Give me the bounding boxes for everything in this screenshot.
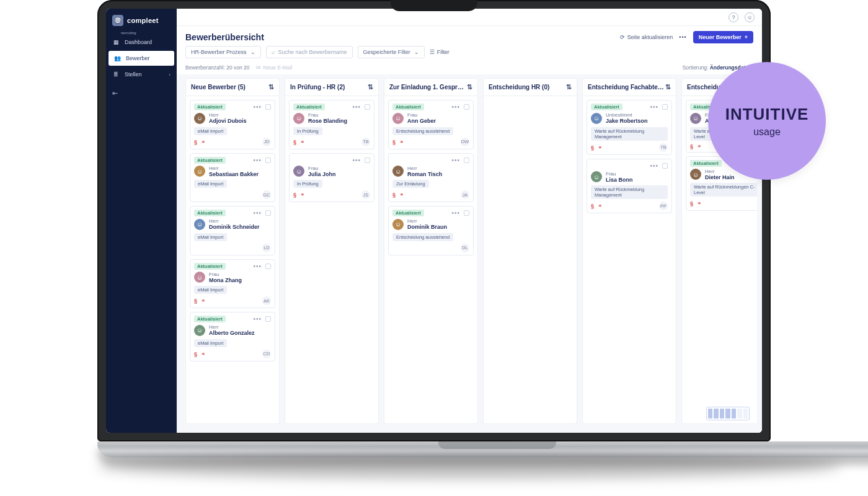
avatar: ☺: [293, 166, 304, 177]
card-checkbox[interactable]: [662, 104, 668, 110]
column-filter-icon[interactable]: ⇅: [368, 83, 373, 91]
mass-email-button[interactable]: ✉ Neue E-Mail: [256, 64, 293, 71]
plus-icon: +: [745, 34, 748, 40]
page-title: Bewerberübersicht: [185, 32, 264, 42]
screen: ◎ compleet recruiting ▦Dashboard👥Bewerbe…: [106, 9, 762, 433]
card-checkbox[interactable]: [265, 264, 271, 269]
filter-button[interactable]: ☰ Filter: [430, 49, 450, 55]
applicant-card[interactable]: •••☺FrauLisa BonnWarte auf Rückmeldung M…: [587, 159, 672, 214]
applicant-card[interactable]: Aktualisiert•••☺HerrAdjovi DuboiseMail I…: [190, 100, 275, 149]
status-tag: Aktualisiert: [194, 210, 226, 216]
column-body[interactable]: [484, 96, 577, 104]
card-more-button[interactable]: •••: [650, 162, 658, 169]
people-icon: ⚭: [598, 203, 603, 209]
card-more-button[interactable]: •••: [253, 157, 262, 164]
help-icon[interactable]: ?: [728, 12, 738, 22]
topbar: ? ☺: [177, 9, 762, 26]
paragraph-icon: §: [293, 192, 296, 198]
saved-filter-label: Gespeicherte Filter: [363, 49, 410, 55]
card-checkbox[interactable]: [662, 163, 668, 169]
column-body[interactable]: Aktualisiert•••☺UnbestimmtJake Robertson…: [583, 96, 676, 217]
card-more-button[interactable]: •••: [352, 104, 361, 110]
card-more-button[interactable]: •••: [253, 263, 262, 270]
page-more-button[interactable]: •••: [679, 34, 686, 40]
sidebar-item-dashboard[interactable]: ▦Dashboard: [106, 35, 177, 50]
column-title: Entscheidung HR (0): [489, 84, 549, 91]
card-checkbox[interactable]: [365, 104, 370, 110]
column-title: Neue Bewerber (5): [191, 84, 246, 91]
board-minimap[interactable]: [706, 407, 750, 420]
column-body[interactable]: Aktualisiert•••☺HerrAdjovi DuboiseMail I…: [186, 96, 279, 365]
applicant-card[interactable]: Aktualisiert•••☺HerrDominik BraunEntsche…: [388, 206, 474, 255]
sidebar-item-stellen[interactable]: ≣Stellen›: [106, 67, 177, 82]
sidebar-item-bewerber[interactable]: 👥Bewerber: [108, 51, 174, 66]
card-checkbox[interactable]: [464, 104, 469, 110]
paragraph-icon: §: [194, 139, 197, 145]
column-title: Entscheidung Fachabtei… (2): [588, 84, 665, 91]
refresh-icon: ⟳: [620, 34, 625, 40]
refresh-button[interactable]: ⟳ Seite aktualisieren: [620, 34, 673, 40]
card-checkbox[interactable]: [464, 210, 469, 216]
applicant-card[interactable]: Aktualisiert•••☺FrauMona ZhangeMail Impo…: [190, 259, 275, 309]
avatar: ☺: [690, 169, 701, 180]
chevron-down-icon: ⌄: [250, 49, 255, 55]
applicant-name: Ann Geber: [407, 118, 436, 124]
kanban-column: Zur Einladung 1. Gesprä… (3)⇅Aktualisier…: [384, 78, 478, 424]
salutation: Herr: [407, 218, 447, 224]
applicant-card[interactable]: Aktualisiert•••☺HerrDominik SchneidereMa…: [190, 206, 275, 255]
status-tag: Aktualisiert: [194, 316, 226, 322]
card-checkbox[interactable]: [265, 104, 271, 110]
applicant-card[interactable]: •••☺HerrRoman TischZur Einladung§⚭JA: [388, 153, 474, 203]
column-filter-icon[interactable]: ⇅: [467, 83, 472, 91]
card-more-button[interactable]: •••: [650, 104, 658, 110]
applicant-card[interactable]: Aktualisiert•••☺UnbestimmtJake Robertson…: [587, 100, 672, 155]
card-checkbox[interactable]: [265, 210, 271, 216]
saved-filter-select[interactable]: Gespeicherte Filter ⌄: [358, 46, 425, 58]
kanban-board[interactable]: Neue Bewerber (5)⇅Aktualisiert•••☺HerrAd…: [182, 74, 757, 428]
owner-initials: JA: [461, 190, 469, 199]
card-checkbox[interactable]: [365, 157, 370, 163]
search-placeholder: Suche nach Bewerbername: [278, 49, 347, 55]
applicant-card[interactable]: •••☺FrauJulia JohnIn Prüfung§⚭JS: [289, 153, 374, 203]
new-applicant-button[interactable]: Neuer Bewerber +: [693, 31, 753, 43]
column-title: Zur Einladung 1. Gesprä… (3): [389, 84, 467, 91]
paragraph-icon: §: [194, 351, 197, 357]
account-icon[interactable]: ☺: [745, 12, 755, 22]
applicant-card[interactable]: Aktualisiert•••☺FrauRose BlandingIn Prüf…: [289, 100, 374, 149]
column-filter-icon[interactable]: ⇅: [566, 83, 572, 91]
people-icon: ⚭: [598, 144, 603, 151]
avatar: ☺: [591, 171, 602, 182]
search-input[interactable]: ⌕ Suche nach Bewerbername: [266, 46, 353, 58]
owner-initials: JD: [262, 138, 271, 146]
column-header: Entscheidung Fachabtei… (2)⇅: [583, 79, 676, 96]
column-body[interactable]: Aktualisiert•••☺FrauRose BlandingIn Prüf…: [285, 96, 378, 206]
card-more-button[interactable]: •••: [253, 316, 262, 322]
applicant-card[interactable]: Aktualisiert•••☺FrauAnn GeberEntscheidun…: [388, 100, 474, 149]
card-more-button[interactable]: •••: [352, 157, 361, 164]
nav-icon: ▦: [112, 39, 120, 45]
card-more-button[interactable]: •••: [253, 210, 262, 216]
card-more-button[interactable]: •••: [253, 104, 262, 110]
card-checkbox[interactable]: [265, 157, 271, 163]
applicant-count: Bewerberanzahl: 20 von 20: [185, 64, 250, 71]
meta-row: Bewerberanzahl: 20 von 20 ✉ Neue E-Mail …: [177, 63, 762, 74]
process-select[interactable]: HR-Bewerber Prozess ⌄: [185, 46, 261, 58]
card-checkbox[interactable]: [265, 316, 271, 322]
applicant-card[interactable]: Aktualisiert•••☺HerrAlberto GonzalezeMai…: [190, 312, 275, 361]
column-filter-icon[interactable]: ⇅: [268, 83, 274, 91]
card-more-button[interactable]: •••: [451, 157, 460, 164]
card-checkbox[interactable]: [464, 157, 469, 163]
filters-bar: HR-Bewerber Prozess ⌄ ⌕ Suche nach Bewer…: [177, 46, 762, 63]
collapse-sidebar-icon[interactable]: ⇤: [112, 89, 118, 97]
status-tag: Aktualisiert: [194, 157, 226, 164]
card-more-button[interactable]: •••: [451, 104, 460, 110]
column-filter-icon[interactable]: ⇅: [665, 83, 671, 91]
avatar: ☺: [392, 219, 404, 230]
column-header: In Prüfung - HR (2)⇅: [285, 79, 378, 96]
applicant-card[interactable]: Aktualisiert•••☺HerrSebastiaan BakkereMa…: [190, 153, 275, 203]
column-body[interactable]: Aktualisiert•••☺FrauAnn GeberEntscheidun…: [384, 96, 477, 259]
salutation: Herr: [209, 112, 247, 118]
mail-icon: ✉: [256, 64, 261, 71]
sidebar-item-label: Stellen: [125, 71, 142, 78]
card-more-button[interactable]: •••: [451, 210, 460, 216]
